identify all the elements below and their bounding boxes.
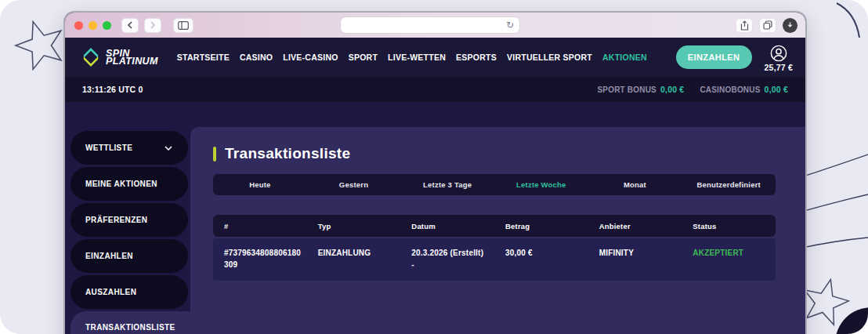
filter-letzte-3-tage[interactable]: Letzte 3 Tage	[400, 180, 494, 189]
chevron-left-icon	[127, 21, 133, 29]
sport-bonus-label: SPORT BONUS	[597, 85, 656, 94]
cell-date-line1: 20.3.2026 (Erstellt)	[411, 249, 483, 257]
filter-monat[interactable]: Monat	[588, 180, 682, 189]
spin-platinum-diamond-icon	[82, 46, 99, 68]
tabs-overview-button[interactable]	[759, 18, 776, 33]
sport-bonus-value: 0,00 €	[660, 85, 684, 94]
column-betrag: Betrag	[494, 222, 588, 231]
star-outline-icon	[10, 14, 70, 72]
filter-benutzerdefiniert[interactable]: Benutzerdefiniert	[682, 180, 776, 189]
account-sidebar: WETTLISTE MEINE AKTIONEN PRÄFERENZEN EIN…	[65, 102, 190, 334]
column-anbieter: Anbieter	[588, 222, 682, 231]
sidebar-item-auszahlen[interactable]: AUSZAHLEN	[71, 275, 188, 309]
cell-transaction-id: #7379634808806180309	[213, 247, 302, 270]
sidebar-item-label: PRÄFERENZEN	[85, 216, 147, 224]
share-button[interactable]	[736, 18, 753, 33]
nav-casino[interactable]: CASINO	[240, 53, 273, 62]
nav-sport[interactable]: SPORT	[349, 53, 378, 62]
chevron-down-icon	[165, 146, 172, 151]
nav-live-wetten[interactable]: LIVE-WETTEN	[388, 53, 446, 62]
zoom-window-button[interactable]	[103, 21, 111, 30]
toolbar-right-group	[736, 18, 797, 33]
sidebar-toggle-button[interactable]	[173, 18, 193, 33]
page-body: WETTLISTE MEINE AKTIONEN PRÄFERENZEN EIN…	[65, 102, 805, 334]
casino-bonus-label: CASINOBONUS	[700, 85, 760, 94]
date-filter-bar: Heute Gestern Letzte 3 Tage Letzte Woche…	[213, 174, 776, 195]
column-typ: Typ	[307, 222, 401, 231]
minimize-window-button[interactable]	[89, 21, 97, 30]
sidebar-item-label: AUSZAHLEN	[85, 288, 136, 296]
filter-gestern[interactable]: Gestern	[307, 180, 401, 189]
sidebar-item-meine-aktionen[interactable]: MEINE AKTIONEN	[71, 167, 188, 201]
sidebar-item-transaktionsliste[interactable]: TRANSAKTIONSLISTE	[71, 311, 190, 334]
nav-live-casino[interactable]: LIVE-CASINO	[283, 53, 338, 62]
nav-esports[interactable]: ESPORTS	[456, 53, 497, 62]
sport-bonus: SPORT BONUS0,00 €	[597, 85, 684, 94]
close-window-button[interactable]	[74, 21, 83, 30]
cell-provider: MIFINITY	[588, 247, 682, 270]
site-header: SPIN PLATINUM STARTSEITE CASINO LIVE-CAS…	[65, 38, 805, 77]
sidebar-item-label: WETTLISTE	[85, 143, 132, 152]
casino-bonus: CASINOBONUS0,00 €	[700, 85, 788, 94]
browser-toolbar: ↻	[65, 13, 805, 38]
share-icon	[740, 20, 749, 31]
sidebar-item-einzahlen[interactable]: EINZAHLEN	[71, 239, 188, 273]
tabs-icon	[763, 20, 772, 30]
nav-startseite[interactable]: STARTSEITE	[177, 53, 230, 62]
page-title: Transaktionsliste	[225, 145, 350, 162]
chevron-right-icon	[150, 21, 156, 29]
filter-letzte-woche[interactable]: Letzte Woche	[494, 180, 588, 189]
sidebar-item-label: MEINE AKTIONEN	[85, 180, 157, 188]
logo[interactable]: SPIN PLATINUM	[82, 46, 158, 68]
balance-amount: 25,77 €	[765, 63, 793, 72]
column-status: Status	[682, 222, 776, 231]
page-background: ↻	[0, 0, 868, 334]
server-clock: 13:11:26 UTC 0	[82, 85, 143, 94]
forward-button[interactable]	[144, 18, 161, 33]
sidebar-item-label: TRANSAKTIONSLISTE	[85, 323, 175, 332]
table-row: #7379634808806180309 EINZAHLUNG 20.3.202…	[213, 238, 776, 281]
sidebar-item-wettliste[interactable]: WETTLISTE	[71, 131, 188, 165]
download-arrow-icon	[787, 21, 793, 29]
filter-heute[interactable]: Heute	[213, 180, 307, 189]
cell-amount: 30,00 €	[494, 247, 588, 270]
column-id: #	[213, 222, 307, 231]
sidebar-item-praeferenzen[interactable]: PRÄFERENZEN	[71, 203, 188, 237]
transactions-panel: Transaktionsliste Heute Gestern Letzte 3…	[190, 127, 805, 334]
cell-date-line2: -	[411, 260, 414, 269]
bonus-summary: SPORT BONUS0,00 € CASINOBONUS0,00 €	[597, 85, 788, 94]
main-nav: STARTSEITE CASINO LIVE-CASINO SPORT LIVE…	[177, 53, 647, 62]
back-button[interactable]	[121, 18, 139, 33]
column-datum: Datum	[400, 222, 494, 231]
cell-type: EINZAHLUNG	[307, 247, 401, 270]
sub-header: 13:11:26 UTC 0 SPORT BONUS0,00 € CASINOB…	[65, 77, 805, 102]
corner-blob	[835, 307, 868, 334]
logo-line2: PLATINUM	[106, 57, 158, 66]
deposit-button[interactable]: EINZAHLEN	[676, 45, 752, 69]
cell-status: AKZEPTIERT	[682, 247, 776, 270]
table-header: # Typ Datum Betrag Anbieter Status	[213, 215, 776, 237]
title-row: Transaktionsliste	[213, 144, 776, 163]
downloads-button[interactable]	[783, 18, 797, 33]
sidebar-item-label: EINZAHLEN	[85, 252, 133, 260]
site-content: SPIN PLATINUM STARTSEITE CASINO LIVE-CAS…	[65, 38, 805, 334]
decorative-line	[837, 3, 859, 38]
cell-date: 20.3.2026 (Erstellt) -	[400, 247, 494, 270]
nav-virtueller-sport[interactable]: VIRTUELLER SPORT	[507, 53, 592, 62]
logo-text: SPIN PLATINUM	[106, 49, 158, 66]
nav-aktionen[interactable]: AKTIONEN	[602, 53, 647, 62]
url-bar[interactable]: ↻	[341, 17, 519, 33]
account-widget[interactable]: 25,77 €	[765, 45, 793, 72]
title-accent-bar	[213, 147, 216, 162]
sidebar-panel-icon	[178, 21, 189, 30]
casino-bonus-value: 0,00 €	[765, 85, 788, 94]
profile-icon	[770, 45, 787, 62]
browser-window: ↻	[63, 11, 807, 334]
reload-icon[interactable]: ↻	[506, 20, 514, 31]
